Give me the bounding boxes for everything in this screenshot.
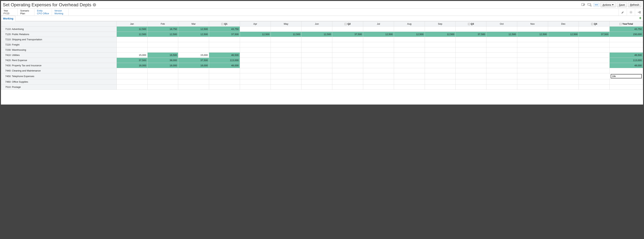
column-header[interactable]: −Q3 [456,21,486,26]
collapse-toggle-icon[interactable]: − [468,23,470,25]
data-cell[interactable] [178,79,209,84]
column-header[interactable]: Aug [394,21,425,26]
data-cell[interactable] [394,63,425,68]
data-cell[interactable] [548,47,579,52]
data-cell[interactable]: 12,500 [148,32,178,37]
data-cell[interactable] [486,42,517,47]
data-cell[interactable]: 12,500 [270,32,302,37]
column-header[interactable]: Jun [302,21,332,26]
row-header[interactable]: 7510: Postage [1,84,117,90]
column-header[interactable]: May [270,21,302,26]
data-cell[interactable]: 12,500 [425,32,456,37]
tab-working[interactable]: Working [1,16,16,21]
data-cell[interactable] [302,63,332,68]
data-cell[interactable] [517,84,548,90]
data-cell[interactable] [302,42,332,47]
data-cell[interactable] [363,52,394,58]
data-cell[interactable] [394,52,425,58]
data-cell[interactable] [425,73,456,79]
data-cell[interactable] [394,79,425,84]
data-cell[interactable] [486,37,517,42]
data-cell[interactable] [178,73,209,79]
row-header[interactable]: 7230: Warehousing [1,47,117,52]
data-cell[interactable] [178,37,209,42]
data-cell[interactable] [517,79,548,84]
data-cell[interactable] [579,42,610,47]
data-cell[interactable] [240,79,270,84]
data-cell[interactable]: 37,500 [579,32,610,37]
data-cell[interactable] [425,52,456,58]
data-cell[interactable] [148,79,178,84]
data-cell[interactable] [240,26,270,32]
data-cell[interactable] [425,63,456,68]
data-cell[interactable] [456,84,486,90]
data-cell[interactable] [610,42,643,47]
add-tab-button[interactable] [638,17,643,20]
data-cell[interactable] [240,63,270,68]
data-cell[interactable] [363,68,394,73]
data-cell[interactable]: 48,000 [610,63,643,68]
data-cell[interactable] [302,58,332,63]
data-cell[interactable] [363,63,394,68]
data-cell[interactable] [486,52,517,58]
data-cell[interactable] [209,84,240,90]
data-cell[interactable]: 37,500 [456,32,486,37]
data-cell[interactable] [302,26,332,32]
pov-scenario[interactable]: Scenario Plan [18,9,34,15]
pov-edit-icon[interactable] [618,9,627,15]
data-cell[interactable] [302,79,332,84]
column-header[interactable]: −Q2 [332,21,363,26]
data-cell[interactable] [425,79,456,84]
data-cell[interactable] [270,52,302,58]
data-cell[interactable] [363,42,394,47]
data-cell[interactable] [148,42,178,47]
column-header[interactable]: Oct [486,21,517,26]
data-cell[interactable] [116,42,148,47]
row-header[interactable]: 7420: Rent Expense [1,58,117,63]
data-cell[interactable] [456,47,486,52]
data-cell[interactable] [240,47,270,52]
column-header[interactable]: Apr [240,21,270,26]
data-cell[interactable] [425,37,456,42]
data-cell[interactable] [240,52,270,58]
data-cell[interactable] [302,47,332,52]
data-cell[interactable] [456,79,486,84]
pov-entity[interactable]: Entity CFO Office [34,9,52,15]
data-cell[interactable]: 12,500 [116,32,148,37]
data-cell[interactable] [178,47,209,52]
row-header[interactable]: 7210: Shipping and Transportation [1,37,117,42]
data-cell[interactable]: 113,000 [610,58,643,63]
collapse-toggle-icon[interactable]: − [344,23,347,25]
pov-panel-toggle-icon[interactable] [635,9,643,15]
data-cell[interactable] [332,42,363,47]
data-cell[interactable] [425,84,456,90]
data-cell[interactable] [548,52,579,58]
actions-menu-button[interactable]: Actions [600,2,616,7]
data-cell[interactable] [394,58,425,63]
data-cell[interactable] [178,68,209,73]
data-cell[interactable] [548,42,579,47]
column-header[interactable]: Jan [116,21,148,26]
column-header[interactable]: Feb [148,21,178,26]
row-header[interactable]: 7220: Freight [1,42,117,47]
data-cell[interactable] [270,79,302,84]
data-cell[interactable] [486,63,517,68]
data-cell[interactable] [610,79,643,84]
row-header[interactable]: 7410: Utilities [1,52,117,58]
pov-year[interactable]: Year FY23 [1,9,18,15]
data-cell[interactable] [579,26,610,32]
data-cell[interactable] [456,37,486,42]
data-cell[interactable] [116,68,148,73]
data-cell[interactable] [178,42,209,47]
data-cell[interactable] [394,47,425,52]
data-cell[interactable]: 113,000 [209,58,240,63]
data-cell[interactable] [209,79,240,84]
data-cell[interactable] [486,47,517,52]
data-cell[interactable] [456,68,486,73]
data-cell[interactable] [116,84,148,90]
data-cell[interactable]: 12,500 [178,26,209,32]
data-cell[interactable] [394,37,425,42]
data-cell[interactable] [240,42,270,47]
data-cell[interactable]: 46,500 [209,52,240,58]
data-cell[interactable] [240,68,270,73]
